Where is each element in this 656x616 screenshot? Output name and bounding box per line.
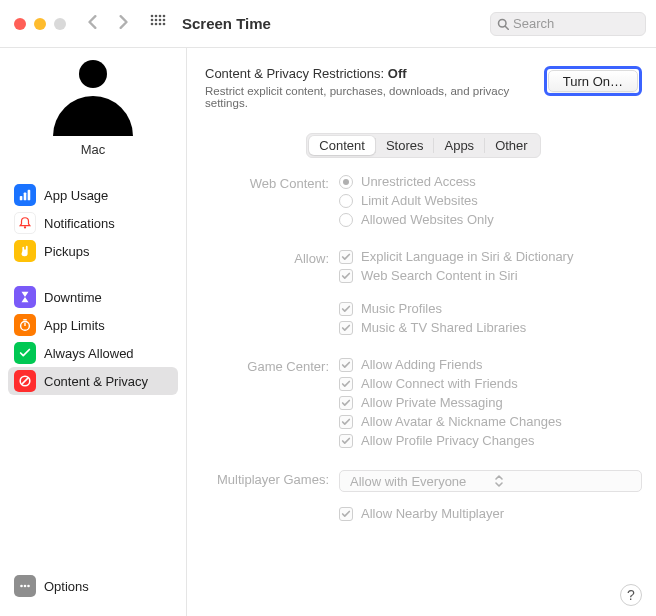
toolbar: Screen Time (0, 0, 656, 48)
show-all-button[interactable] (150, 14, 166, 33)
svg-line-22 (22, 378, 29, 385)
sidebar-item-always-allowed[interactable]: Always Allowed (8, 339, 178, 367)
svg-point-6 (159, 19, 162, 22)
allow-music-profiles[interactable]: Music Profiles (339, 301, 642, 316)
forward-button[interactable] (116, 15, 130, 32)
svg-point-24 (24, 585, 27, 588)
body: Mac App Usage Notifications (0, 48, 656, 616)
sidebar: Mac App Usage Notifications (0, 48, 187, 616)
radio-icon (339, 213, 353, 227)
user-name: Mac (81, 142, 106, 157)
chevron-right-icon (116, 15, 130, 29)
sidebar-item-content-privacy[interactable]: Content & Privacy (8, 367, 178, 395)
content-pane: Content & Privacy Restrictions: Off Rest… (187, 48, 656, 616)
svg-point-23 (20, 585, 23, 588)
bars-icon (14, 184, 36, 206)
radio-icon (339, 175, 353, 189)
help-button[interactable]: ? (620, 584, 642, 606)
gc-profile-privacy[interactable]: Allow Profile Privacy Changes (339, 433, 642, 448)
window-title: Screen Time (182, 15, 271, 32)
form: Web Content: Unrestricted Access Limit A… (205, 174, 642, 521)
search-input[interactable] (513, 16, 639, 31)
updown-chevron-icon (494, 474, 504, 488)
allow-siri-explicit[interactable]: Explicit Language in Siri & Dictionary (339, 249, 642, 264)
web-content-allowed-only[interactable]: Allowed Websites Only (339, 212, 642, 227)
sidebar-item-downtime[interactable]: Downtime (8, 283, 178, 311)
svg-line-13 (505, 26, 508, 29)
sidebar-item-app-usage[interactable]: App Usage (8, 181, 178, 209)
gc-adding-friends[interactable]: Allow Adding Friends (339, 357, 642, 372)
bell-icon (14, 212, 36, 234)
svg-point-11 (163, 23, 166, 26)
svg-point-0 (151, 15, 154, 18)
game-center-label: Game Center: (205, 357, 329, 448)
grid-icon (150, 14, 166, 30)
search-icon (497, 18, 509, 30)
sidebar-item-label: Pickups (44, 244, 90, 259)
multiplayer-popup[interactable]: Allow with Everyone (339, 470, 642, 492)
turn-on-highlight: Turn On… (544, 66, 642, 96)
subheading: Restrict explicit content, purchases, do… (205, 85, 534, 109)
heading: Content & Privacy Restrictions: Off (205, 66, 534, 81)
allow-shared-libraries[interactable]: Music & TV Shared Libraries (339, 320, 642, 335)
turn-on-button[interactable]: Turn On… (548, 70, 638, 92)
sidebar-item-label: Options (44, 579, 89, 594)
tab-other[interactable]: Other (485, 136, 538, 155)
allow-label: Allow: (205, 249, 329, 335)
svg-point-7 (163, 19, 166, 22)
checkbox-icon (339, 321, 353, 335)
checkbox-icon (339, 415, 353, 429)
web-content-label: Web Content: (205, 174, 329, 227)
window-controls (14, 18, 66, 30)
checkbox-icon (339, 358, 353, 372)
checkbox-icon (339, 507, 353, 521)
ellipsis-icon (14, 575, 36, 597)
allow-siri-web[interactable]: Web Search Content in Siri (339, 268, 642, 283)
chevron-left-icon (86, 15, 100, 29)
gc-connect-friends[interactable]: Allow Connect with Friends (339, 376, 642, 391)
multiplayer-label: Multiplayer Games: (205, 470, 329, 521)
close-window-button[interactable] (14, 18, 26, 30)
sidebar-item-notifications[interactable]: Notifications (8, 209, 178, 237)
gc-avatar-nickname[interactable]: Allow Avatar & Nickname Changes (339, 414, 642, 429)
svg-rect-15 (24, 192, 27, 200)
search-field[interactable] (490, 12, 646, 36)
content-header: Content & Privacy Restrictions: Off Rest… (205, 66, 642, 109)
gc-private-messaging[interactable]: Allow Private Messaging (339, 395, 642, 410)
svg-point-25 (27, 585, 30, 588)
hourglass-icon (14, 286, 36, 308)
check-icon (14, 342, 36, 364)
web-content-limit-adult[interactable]: Limit Adult Websites (339, 193, 642, 208)
sidebar-item-label: App Limits (44, 318, 105, 333)
timer-icon (14, 314, 36, 336)
back-button[interactable] (86, 15, 100, 32)
avatar (50, 68, 136, 128)
sidebar-item-app-limits[interactable]: App Limits (8, 311, 178, 339)
block-icon (14, 370, 36, 392)
user-section: Mac (0, 62, 186, 157)
minimize-window-button[interactable] (34, 18, 46, 30)
sidebar-item-label: App Usage (44, 188, 108, 203)
svg-rect-14 (20, 196, 23, 200)
checkbox-icon (339, 434, 353, 448)
svg-point-17 (24, 226, 26, 228)
sidebar-item-pickups[interactable]: Pickups (8, 237, 178, 265)
sidebar-item-label: Notifications (44, 216, 115, 231)
svg-point-3 (163, 15, 166, 18)
tab-content[interactable]: Content (309, 136, 375, 155)
tab-stores[interactable]: Stores (376, 136, 434, 155)
tab-apps[interactable]: Apps (434, 136, 484, 155)
svg-point-1 (155, 15, 158, 18)
svg-rect-16 (28, 190, 31, 201)
radio-icon (339, 194, 353, 208)
checkbox-icon (339, 269, 353, 283)
sidebar-item-options[interactable]: Options (8, 572, 178, 600)
tabs: Content Stores Apps Other (306, 133, 540, 158)
svg-point-9 (155, 23, 158, 26)
svg-point-10 (159, 23, 162, 26)
zoom-window-button[interactable] (54, 18, 66, 30)
web-content-unrestricted[interactable]: Unrestricted Access (339, 174, 642, 189)
allow-nearby-multiplayer[interactable]: Allow Nearby Multiplayer (339, 506, 642, 521)
checkbox-icon (339, 377, 353, 391)
sidebar-item-label: Always Allowed (44, 346, 134, 361)
